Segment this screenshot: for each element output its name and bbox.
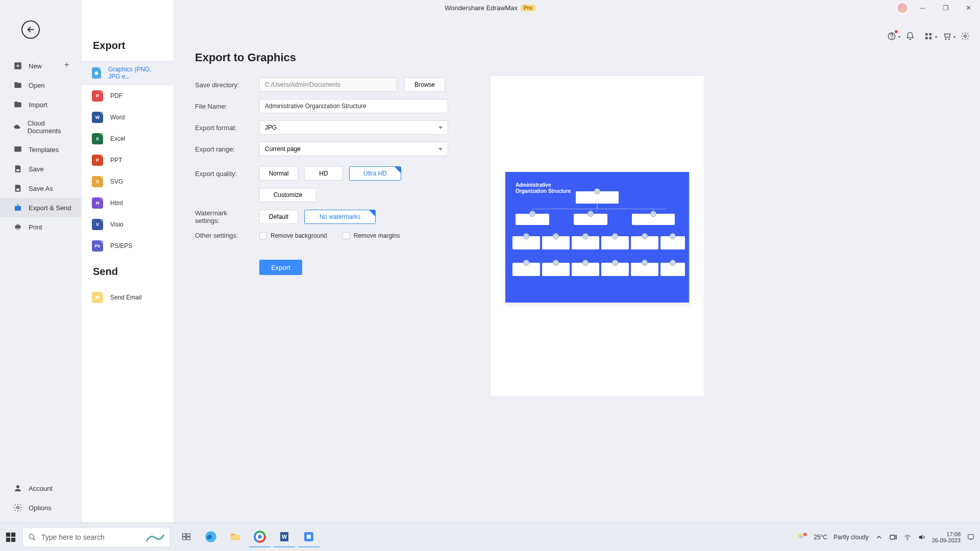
remove-margins-label: Remove margins	[354, 232, 400, 239]
search-icon	[28, 533, 36, 541]
remove-bg-checkbox[interactable]: Remove background	[259, 232, 327, 239]
quality-ultra-button[interactable]: Ultra HD	[349, 166, 401, 181]
visio-file-icon: V	[92, 219, 103, 230]
send-email-item[interactable]: ✉ Send Email	[82, 287, 174, 308]
save-dir-input[interactable]	[259, 78, 397, 92]
word-app[interactable]: W	[274, 527, 295, 547]
search-decoration-icon	[145, 530, 165, 545]
send-email-label: Send Email	[110, 294, 141, 301]
svg-rect-27	[187, 537, 190, 539]
weather-icon[interactable]: 1	[796, 532, 807, 543]
export-send-item[interactable]: Export & Send	[0, 198, 82, 217]
minimize-button[interactable]: ─	[911, 0, 934, 15]
cloud-label: Cloud Documents	[28, 119, 74, 135]
ps-file-icon: Ps	[92, 240, 103, 252]
save-as-label: Save As	[29, 185, 53, 192]
format-visio[interactable]: V Visio	[82, 214, 174, 235]
excel-file-icon: X	[92, 133, 103, 144]
plus-square-icon	[13, 61, 22, 70]
start-button[interactable]	[5, 532, 16, 543]
open-item[interactable]: Open	[0, 76, 82, 95]
cloud-icon	[13, 122, 21, 132]
save-item[interactable]: Save	[0, 159, 82, 179]
format-html[interactable]: H Html	[82, 192, 174, 214]
options-item[interactable]: Options	[0, 498, 82, 517]
import-item[interactable]: Import	[0, 95, 82, 114]
svg-rect-16	[16, 228, 19, 230]
svg-point-17	[16, 485, 19, 488]
remove-margins-checkbox[interactable]: Remove margins	[342, 232, 400, 239]
word-file-icon: W	[92, 112, 103, 123]
task-view-button[interactable]	[176, 527, 197, 547]
weather-temp: 25°C	[814, 534, 827, 541]
quality-hd-button[interactable]: HD	[304, 166, 343, 181]
customize-button[interactable]: Customize	[259, 188, 316, 202]
quality-normal-button[interactable]: Normal	[259, 166, 298, 181]
taskbar-search[interactable]: Type here to search	[22, 527, 170, 547]
back-button[interactable]	[21, 20, 40, 39]
export-format-list: Export ◉ Graphics (PNG, JPG e... P PDF W…	[82, 0, 174, 522]
format-svg[interactable]: S SVG	[82, 171, 174, 192]
maximize-button[interactable]: ❐	[934, 0, 957, 15]
svg-rect-21	[6, 537, 10, 541]
file-name-label: File Name:	[195, 103, 252, 110]
save-as-icon	[13, 184, 22, 193]
cloud-documents-item[interactable]: Cloud Documents	[0, 114, 82, 140]
print-icon	[13, 222, 22, 232]
tray-chevron-up-icon[interactable]	[875, 533, 883, 541]
templates-label: Templates	[29, 146, 59, 154]
taskbar-clock[interactable]: 17:08 26-09-2023	[932, 531, 961, 543]
export-button[interactable]: Export	[259, 260, 302, 275]
file-name-input[interactable]	[259, 99, 448, 113]
range-select[interactable]: Current page	[259, 142, 448, 156]
email-icon: ✉	[92, 292, 103, 303]
svg-rect-22	[11, 537, 15, 541]
format-pdf[interactable]: P PDF	[82, 85, 174, 107]
svg-rect-12	[16, 189, 19, 191]
search-placeholder: Type here to search	[41, 533, 105, 541]
chrome-app[interactable]	[249, 527, 271, 547]
format-visio-label: Visio	[110, 221, 124, 228]
format-pseps[interactable]: Ps PS/EPS	[82, 235, 174, 257]
checkbox-icon	[342, 232, 350, 239]
user-icon	[13, 484, 22, 493]
notification-icon[interactable]	[967, 533, 975, 541]
volume-icon[interactable]	[918, 533, 926, 541]
export-icon	[13, 203, 22, 212]
format-graphics[interactable]: ◉ Graphics (PNG, JPG e...	[82, 61, 174, 85]
templates-item[interactable]: Templates	[0, 140, 82, 159]
pdf-file-icon: P	[92, 90, 103, 102]
folder-icon	[13, 81, 22, 90]
format-ppt[interactable]: P PPT	[82, 149, 174, 171]
templates-icon	[13, 145, 22, 154]
browse-button[interactable]: Browse	[404, 78, 445, 92]
save-as-item[interactable]: Save As	[0, 179, 82, 198]
wifi-icon[interactable]	[903, 533, 912, 541]
svg-point-18	[17, 507, 19, 509]
account-item[interactable]: Account	[0, 479, 82, 498]
format-select[interactable]: JPG	[259, 120, 448, 135]
svg-point-43	[907, 539, 908, 540]
watermark-none-button[interactable]: No watermarks	[304, 210, 376, 224]
svg-rect-44	[968, 534, 974, 539]
meet-now-icon[interactable]	[889, 533, 897, 541]
watermark-default-button[interactable]: Default	[259, 210, 298, 224]
print-item[interactable]: Print	[0, 217, 82, 237]
new-plus-button[interactable]: +	[64, 60, 72, 68]
user-avatar[interactable]	[896, 2, 909, 14]
remove-bg-label: Remove background	[271, 232, 327, 239]
format-excel[interactable]: X Excel	[82, 128, 174, 149]
explorer-app[interactable]	[225, 527, 246, 547]
export-title: Export to Graphics	[195, 51, 954, 64]
format-word[interactable]: W Word	[82, 107, 174, 128]
format-html-label: Html	[110, 199, 123, 207]
checkbox-icon	[259, 232, 266, 239]
import-label: Import	[29, 101, 47, 109]
edrawmax-app[interactable]	[298, 527, 320, 547]
edge-app[interactable]	[200, 527, 222, 547]
format-svg-label: SVG	[110, 178, 123, 185]
close-button[interactable]: ✕	[957, 0, 980, 15]
ppt-file-icon: P	[92, 155, 103, 166]
open-label: Open	[29, 82, 45, 89]
svg-rect-42	[890, 535, 895, 539]
